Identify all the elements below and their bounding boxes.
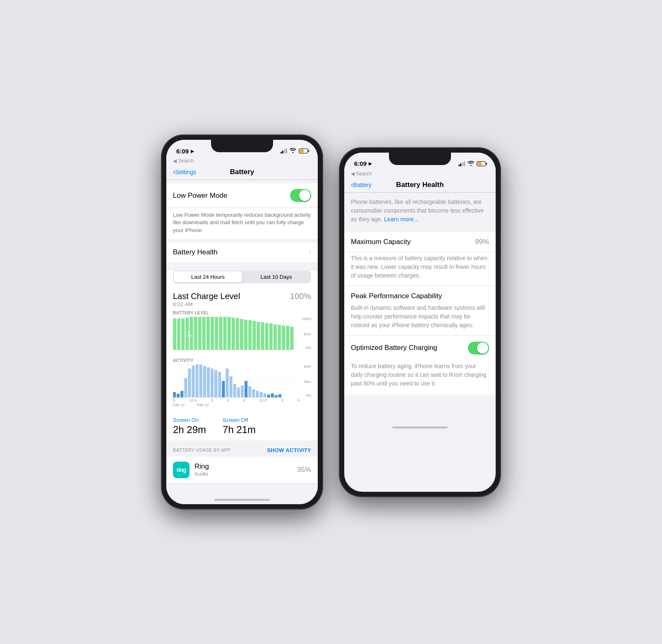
search-back-1[interactable]: ◀ Search bbox=[166, 158, 318, 165]
page-title-2: Battery Health bbox=[396, 181, 444, 189]
svg-rect-7 bbox=[189, 317, 193, 350]
max-capacity-card: Maximum Capacity 99% This is a measure o… bbox=[344, 232, 496, 395]
x-label-6: 6 bbox=[227, 398, 229, 402]
peak-performance-desc: Built-in dynamic software and hardware s… bbox=[351, 304, 489, 330]
max-capacity-value: 99% bbox=[475, 238, 489, 246]
signal-bar-2 bbox=[282, 151, 283, 153]
time-segment-card: Last 24 Hours Last 10 Days Last Charge L… bbox=[166, 271, 318, 441]
segment-10d[interactable]: Last 10 Days bbox=[242, 271, 310, 282]
iphone-1-screen: 6:09 ▶ bbox=[166, 140, 318, 504]
low-power-toggle[interactable] bbox=[290, 189, 311, 202]
search-back-2[interactable]: ◀ Search bbox=[344, 171, 496, 177]
signal-bar-2-1 bbox=[458, 165, 460, 166]
svg-rect-45 bbox=[211, 369, 213, 397]
toggle-knob-2 bbox=[477, 342, 488, 354]
location-icon-1: ▶ bbox=[191, 149, 194, 153]
svg-rect-35 bbox=[173, 392, 176, 397]
date-feb13: Feb 13 bbox=[197, 403, 209, 407]
svg-rect-28 bbox=[278, 325, 281, 350]
svg-rect-40 bbox=[192, 366, 195, 397]
low-power-desc: Low Power Mode temporarily reduces backg… bbox=[166, 208, 318, 239]
battery-health-card: Battery Health › bbox=[166, 242, 318, 262]
notch-2 bbox=[389, 153, 451, 165]
svg-rect-14 bbox=[219, 317, 222, 350]
date-labels: Feb 12 Feb 13 bbox=[173, 403, 311, 407]
screen-on-item: Screen On 2h 29m bbox=[173, 417, 206, 436]
signal-bar-3 bbox=[284, 149, 285, 153]
svg-rect-30 bbox=[286, 326, 289, 350]
low-power-mode-label: Low Power Mode bbox=[173, 192, 227, 200]
battery-health-row[interactable]: Battery Health › bbox=[166, 242, 318, 262]
screen-off-item: Screen Off 7h 21m bbox=[223, 417, 256, 436]
svg-rect-12 bbox=[211, 317, 214, 350]
screen-on-label: Screen On bbox=[173, 417, 206, 423]
home-bar-1 bbox=[214, 499, 270, 501]
back-button-2[interactable]: ‹ Battery bbox=[351, 181, 372, 189]
status-icons-2 bbox=[458, 161, 486, 167]
svg-rect-60 bbox=[267, 395, 270, 397]
svg-rect-4 bbox=[177, 318, 180, 350]
wifi-icon-2 bbox=[468, 161, 474, 167]
activity-y-30: 30m bbox=[304, 380, 311, 384]
svg-rect-63 bbox=[278, 394, 281, 397]
status-icons-1 bbox=[281, 148, 308, 154]
svg-rect-24 bbox=[261, 322, 264, 350]
svg-rect-20 bbox=[244, 320, 247, 350]
app-usage-label: BATTERY USAGE BY APP bbox=[173, 448, 230, 452]
svg-rect-53 bbox=[241, 385, 244, 397]
y-label-0: 0% bbox=[306, 346, 311, 350]
svg-rect-15 bbox=[223, 317, 226, 350]
svg-rect-25 bbox=[265, 323, 269, 350]
ring-app-icon: ring bbox=[173, 462, 189, 478]
signal-bar-4 bbox=[286, 148, 287, 153]
ring-app-sub: Audio bbox=[194, 471, 292, 477]
battery-level-label: BATTERY LEVEL bbox=[173, 311, 311, 315]
back-button-1[interactable]: ‹ Settings bbox=[173, 168, 196, 176]
ring-app-percent: 35% bbox=[297, 466, 311, 474]
svg-rect-17 bbox=[232, 318, 235, 350]
max-capacity-label: Maximum Capacity bbox=[351, 238, 411, 246]
activity-y-60: 60m bbox=[304, 364, 311, 369]
svg-rect-22 bbox=[252, 321, 256, 350]
ring-app-name: Ring bbox=[194, 462, 292, 471]
screen-time-row: Screen On 2h 29m Screen Off 7h 21m bbox=[166, 412, 318, 441]
x-label-9b: 9 bbox=[243, 398, 245, 402]
time-segment-control[interactable]: Last 24 Hours Last 10 Days bbox=[173, 271, 311, 283]
iphone-1: 6:09 ▶ bbox=[161, 135, 323, 509]
app-usage-header: BATTERY USAGE BY APP SHOW ACTIVITY bbox=[166, 444, 318, 457]
peak-performance-label: Peak Performance Capability bbox=[351, 292, 489, 300]
battery-level-chart: BATTERY LEVEL 100% 50% 0% bbox=[166, 307, 318, 355]
learn-more-link[interactable]: Learn more... bbox=[384, 216, 418, 223]
svg-rect-5 bbox=[181, 318, 185, 350]
optimized-charging-label: Optimized Battery Charging bbox=[351, 344, 437, 352]
svg-rect-50 bbox=[230, 376, 233, 397]
charge-level-time: 8:02 AM bbox=[173, 301, 240, 307]
optimized-charging-toggle[interactable] bbox=[468, 342, 489, 354]
optimized-charging-row: Optimized Battery Charging bbox=[344, 335, 496, 360]
x-label-6b: 6 bbox=[297, 398, 300, 402]
app-usage-card: ring Ring Audio 35% bbox=[166, 457, 318, 484]
ring-app-info: Ring Audio bbox=[194, 462, 292, 477]
show-activity-btn[interactable]: SHOW ACTIVITY bbox=[267, 447, 311, 453]
app-row-ring[interactable]: ring Ring Audio 35% bbox=[166, 457, 318, 484]
date-feb12: Feb 12 bbox=[173, 403, 185, 407]
notch-1 bbox=[211, 140, 273, 152]
svg-rect-37 bbox=[180, 391, 183, 397]
svg-rect-47 bbox=[218, 372, 221, 397]
activity-svg bbox=[173, 364, 311, 397]
svg-rect-10 bbox=[202, 317, 206, 350]
svg-rect-49 bbox=[226, 369, 229, 397]
status-time-2: 6:09 ▶ bbox=[354, 160, 372, 167]
battery-level-svg bbox=[173, 317, 311, 350]
svg-rect-54 bbox=[245, 381, 247, 397]
toggle-knob-1 bbox=[299, 190, 310, 201]
svg-rect-44 bbox=[207, 367, 210, 397]
svg-rect-16 bbox=[228, 317, 231, 350]
battery-health-chevron: › bbox=[309, 249, 311, 256]
nav-bar-2: ‹ Battery Battery Health bbox=[344, 177, 496, 193]
x-label-12a: 12 A bbox=[189, 398, 197, 402]
svg-rect-48 bbox=[222, 381, 225, 397]
segment-24h[interactable]: Last 24 Hours bbox=[174, 271, 242, 282]
svg-rect-31 bbox=[290, 327, 293, 350]
signal-bar-2-2 bbox=[460, 163, 461, 166]
